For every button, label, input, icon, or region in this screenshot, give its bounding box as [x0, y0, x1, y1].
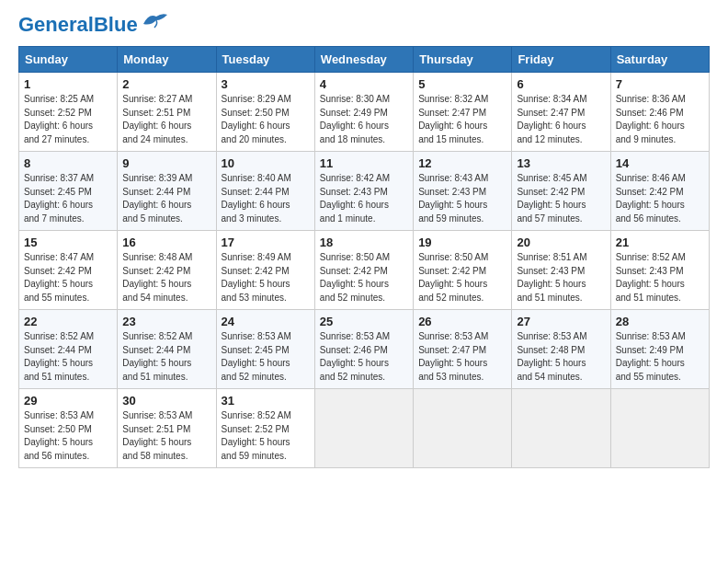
day-number: 14 — [616, 156, 704, 170]
day-details: Sunrise: 8:50 AM Sunset: 2:42 PM Dayligh… — [320, 251, 408, 304]
day-number: 23 — [122, 315, 210, 328]
column-header-thursday: Thursday — [414, 47, 512, 73]
calendar-cell: 15Sunrise: 8:47 AM Sunset: 2:42 PM Dayli… — [19, 231, 118, 310]
day-number: 2 — [122, 77, 210, 91]
calendar-cell: 31Sunrise: 8:52 AM Sunset: 2:52 PM Dayli… — [216, 389, 314, 468]
calendar-cell: 10Sunrise: 8:40 AM Sunset: 2:44 PM Dayli… — [216, 152, 314, 231]
day-number: 24 — [222, 315, 310, 328]
day-details: Sunrise: 8:32 AM Sunset: 2:47 PM Dayligh… — [418, 93, 506, 146]
calendar-cell: 5Sunrise: 8:32 AM Sunset: 2:47 PM Daylig… — [414, 73, 512, 152]
day-number: 16 — [122, 236, 210, 249]
day-details: Sunrise: 8:40 AM Sunset: 2:44 PM Dayligh… — [222, 172, 310, 225]
day-number: 15 — [24, 236, 112, 249]
day-number: 7 — [616, 77, 704, 91]
day-details: Sunrise: 8:53 AM Sunset: 2:48 PM Dayligh… — [517, 330, 605, 384]
calendar-cell — [512, 389, 610, 468]
calendar-header: SundayMondayTuesdayWednesdayThursdayFrid… — [19, 47, 710, 73]
calendar-week-3: 15Sunrise: 8:47 AM Sunset: 2:42 PM Dayli… — [19, 231, 710, 310]
day-number: 21 — [616, 236, 704, 249]
calendar-cell: 8Sunrise: 8:37 AM Sunset: 2:45 PM Daylig… — [19, 152, 118, 231]
day-number: 29 — [24, 394, 112, 408]
day-details: Sunrise: 8:53 AM Sunset: 2:50 PM Dayligh… — [24, 409, 112, 463]
calendar-week-1: 1Sunrise: 8:25 AM Sunset: 2:52 PM Daylig… — [19, 73, 710, 152]
day-number: 25 — [320, 315, 408, 328]
calendar-cell: 9Sunrise: 8:39 AM Sunset: 2:44 PM Daylig… — [118, 152, 216, 231]
calendar-cell: 11Sunrise: 8:42 AM Sunset: 2:43 PM Dayli… — [314, 152, 413, 231]
day-details: Sunrise: 8:37 AM Sunset: 2:45 PM Dayligh… — [24, 172, 112, 225]
calendar-cell: 12Sunrise: 8:43 AM Sunset: 2:43 PM Dayli… — [414, 152, 512, 231]
day-number: 27 — [517, 315, 605, 328]
day-number: 9 — [122, 156, 210, 170]
day-details: Sunrise: 8:52 AM Sunset: 2:52 PM Dayligh… — [222, 409, 310, 463]
day-details: Sunrise: 8:39 AM Sunset: 2:44 PM Dayligh… — [122, 172, 210, 225]
day-details: Sunrise: 8:53 AM Sunset: 2:49 PM Dayligh… — [616, 330, 704, 384]
day-number: 30 — [122, 394, 210, 408]
day-number: 22 — [24, 315, 112, 328]
day-details: Sunrise: 8:53 AM Sunset: 2:46 PM Dayligh… — [320, 330, 408, 384]
day-details: Sunrise: 8:34 AM Sunset: 2:47 PM Dayligh… — [517, 93, 605, 146]
calendar-cell: 27Sunrise: 8:53 AM Sunset: 2:48 PM Dayli… — [512, 310, 610, 389]
day-details: Sunrise: 8:47 AM Sunset: 2:42 PM Dayligh… — [24, 251, 112, 304]
calendar-week-5: 29Sunrise: 8:53 AM Sunset: 2:50 PM Dayli… — [19, 389, 710, 468]
page: GeneralBlue SundayMondayTuesdayWednesday… — [0, 0, 728, 483]
column-header-sunday: Sunday — [19, 47, 118, 73]
calendar-cell: 16Sunrise: 8:48 AM Sunset: 2:42 PM Dayli… — [118, 231, 216, 310]
header-row: SundayMondayTuesdayWednesdayThursdayFrid… — [19, 47, 710, 73]
day-details: Sunrise: 8:30 AM Sunset: 2:49 PM Dayligh… — [320, 93, 408, 146]
calendar-week-4: 22Sunrise: 8:52 AM Sunset: 2:44 PM Dayli… — [19, 310, 710, 389]
day-number: 11 — [320, 156, 408, 170]
day-details: Sunrise: 8:51 AM Sunset: 2:43 PM Dayligh… — [517, 251, 605, 304]
day-details: Sunrise: 8:29 AM Sunset: 2:50 PM Dayligh… — [222, 93, 310, 146]
day-number: 28 — [616, 315, 704, 328]
logo-blue: Blue — [94, 13, 138, 36]
logo-bird-icon — [142, 11, 169, 31]
day-details: Sunrise: 8:53 AM Sunset: 2:47 PM Dayligh… — [418, 330, 506, 384]
day-number: 17 — [222, 236, 310, 249]
calendar-table: SundayMondayTuesdayWednesdayThursdayFrid… — [18, 46, 710, 468]
day-number: 19 — [418, 236, 506, 249]
calendar-cell: 24Sunrise: 8:53 AM Sunset: 2:45 PM Dayli… — [216, 310, 314, 389]
day-number: 1 — [24, 77, 112, 91]
day-number: 18 — [320, 236, 408, 249]
calendar-week-2: 8Sunrise: 8:37 AM Sunset: 2:45 PM Daylig… — [19, 152, 710, 231]
day-number: 3 — [222, 77, 310, 91]
day-details: Sunrise: 8:50 AM Sunset: 2:42 PM Dayligh… — [418, 251, 506, 304]
day-details: Sunrise: 8:45 AM Sunset: 2:42 PM Dayligh… — [517, 172, 605, 225]
calendar-cell: 4Sunrise: 8:30 AM Sunset: 2:49 PM Daylig… — [314, 73, 413, 152]
day-number: 12 — [418, 156, 506, 170]
calendar-cell: 7Sunrise: 8:36 AM Sunset: 2:46 PM Daylig… — [610, 73, 709, 152]
day-details: Sunrise: 8:46 AM Sunset: 2:42 PM Dayligh… — [616, 172, 704, 225]
day-details: Sunrise: 8:52 AM Sunset: 2:43 PM Dayligh… — [616, 251, 704, 304]
column-header-wednesday: Wednesday — [314, 47, 413, 73]
calendar-cell — [610, 389, 709, 468]
calendar-cell: 19Sunrise: 8:50 AM Sunset: 2:42 PM Dayli… — [414, 231, 512, 310]
logo: GeneralBlue — [18, 15, 169, 35]
day-details: Sunrise: 8:25 AM Sunset: 2:52 PM Dayligh… — [24, 93, 112, 146]
calendar-cell: 26Sunrise: 8:53 AM Sunset: 2:47 PM Dayli… — [414, 310, 512, 389]
day-number: 31 — [222, 394, 310, 408]
day-details: Sunrise: 8:52 AM Sunset: 2:44 PM Dayligh… — [122, 330, 210, 384]
calendar-cell: 25Sunrise: 8:53 AM Sunset: 2:46 PM Dayli… — [314, 310, 413, 389]
calendar-body: 1Sunrise: 8:25 AM Sunset: 2:52 PM Daylig… — [19, 73, 710, 468]
day-details: Sunrise: 8:42 AM Sunset: 2:43 PM Dayligh… — [320, 172, 408, 225]
day-number: 20 — [517, 236, 605, 249]
calendar-cell: 1Sunrise: 8:25 AM Sunset: 2:52 PM Daylig… — [19, 73, 118, 152]
calendar-cell: 28Sunrise: 8:53 AM Sunset: 2:49 PM Dayli… — [610, 310, 709, 389]
logo-text: GeneralBlue — [18, 15, 138, 35]
logo-general: General — [18, 13, 94, 36]
calendar-cell: 14Sunrise: 8:46 AM Sunset: 2:42 PM Dayli… — [610, 152, 709, 231]
day-details: Sunrise: 8:36 AM Sunset: 2:46 PM Dayligh… — [616, 93, 704, 146]
calendar-cell: 6Sunrise: 8:34 AM Sunset: 2:47 PM Daylig… — [512, 73, 610, 152]
day-number: 4 — [320, 77, 408, 91]
day-details: Sunrise: 8:27 AM Sunset: 2:51 PM Dayligh… — [122, 93, 210, 146]
column-header-monday: Monday — [118, 47, 216, 73]
day-details: Sunrise: 8:53 AM Sunset: 2:45 PM Dayligh… — [222, 330, 310, 384]
column-header-friday: Friday — [512, 47, 610, 73]
calendar-cell: 30Sunrise: 8:53 AM Sunset: 2:51 PM Dayli… — [118, 389, 216, 468]
day-number: 6 — [517, 77, 605, 91]
calendar-cell: 18Sunrise: 8:50 AM Sunset: 2:42 PM Dayli… — [314, 231, 413, 310]
calendar-cell: 2Sunrise: 8:27 AM Sunset: 2:51 PM Daylig… — [118, 73, 216, 152]
day-number: 5 — [418, 77, 506, 91]
calendar-cell: 3Sunrise: 8:29 AM Sunset: 2:50 PM Daylig… — [216, 73, 314, 152]
column-header-tuesday: Tuesday — [216, 47, 314, 73]
